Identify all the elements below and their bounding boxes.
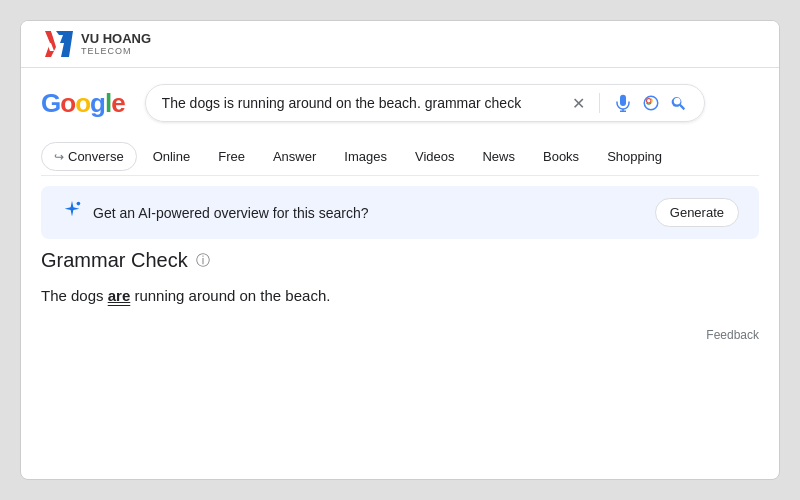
google-o2: o <box>75 88 90 118</box>
result-suffix: running around on the beach. <box>130 287 330 304</box>
return-arrow-icon: ↪ <box>54 150 64 164</box>
lens-icon[interactable] <box>642 94 660 112</box>
google-g: G <box>41 88 60 118</box>
search-query-text: The dogs is running around on the beach.… <box>162 95 564 111</box>
vu-hoang-text-block: VU HOANG TELECOM <box>81 32 151 56</box>
brand-sub: TELECOM <box>81 46 151 56</box>
grammar-check-title: Grammar Check ⓘ <box>41 249 759 272</box>
vu-hoang-logo: VU HOANG TELECOM <box>37 29 151 59</box>
ai-banner-text: Get an AI-powered overview for this sear… <box>93 205 645 221</box>
google-area: Google The dogs is running around on the… <box>21 68 779 176</box>
grammar-result: The dogs are running around on the beach… <box>41 284 759 308</box>
svg-point-5 <box>646 99 651 104</box>
google-o1: o <box>60 88 75 118</box>
generate-button[interactable]: Generate <box>655 198 739 227</box>
clear-icon[interactable]: ✕ <box>572 94 585 113</box>
browser-window: VU HOANG TELECOM Google The dogs is runn… <box>20 20 780 480</box>
search-bar[interactable]: The dogs is running around on the beach.… <box>145 84 705 122</box>
vh-logo-icon <box>37 29 75 59</box>
result-prefix: The dogs <box>41 287 108 304</box>
grammar-check-label: Grammar Check <box>41 249 188 272</box>
info-icon[interactable]: ⓘ <box>196 252 210 270</box>
tab-converse-label: Converse <box>68 149 124 164</box>
tab-images[interactable]: Images <box>332 143 399 170</box>
filter-tabs: ↪ Converse Online Free Answer Images Vid… <box>41 132 759 176</box>
tab-answer[interactable]: Answer <box>261 143 328 170</box>
feedback-link[interactable]: Feedback <box>706 328 759 342</box>
top-bar: VU HOANG TELECOM <box>21 21 779 68</box>
google-g2: g <box>90 88 105 118</box>
tab-videos[interactable]: Videos <box>403 143 467 170</box>
tab-books[interactable]: Books <box>531 143 591 170</box>
google-e: e <box>111 88 124 118</box>
brand-name: VU HOANG <box>81 32 151 46</box>
main-content: Grammar Check ⓘ The dogs are running aro… <box>21 249 779 479</box>
microphone-icon[interactable] <box>614 94 632 112</box>
ai-banner: Get an AI-powered overview for this sear… <box>41 186 759 239</box>
google-logo: Google <box>41 88 125 119</box>
tab-free[interactable]: Free <box>206 143 257 170</box>
ai-banner-wrapper: Get an AI-powered overview for this sear… <box>21 176 779 249</box>
svg-point-6 <box>77 202 81 206</box>
result-corrected-word: are <box>108 287 131 304</box>
tab-news[interactable]: News <box>470 143 527 170</box>
google-logo-row: Google The dogs is running around on the… <box>41 84 759 122</box>
ai-sparkle-icon <box>61 199 83 226</box>
icon-divider <box>599 93 600 113</box>
search-submit-icon[interactable] <box>670 94 688 112</box>
tab-shopping[interactable]: Shopping <box>595 143 674 170</box>
feedback-row: Feedback <box>41 328 759 342</box>
tab-online[interactable]: Online <box>141 143 203 170</box>
tab-converse[interactable]: ↪ Converse <box>41 142 137 171</box>
search-bar-icons: ✕ <box>572 93 688 113</box>
